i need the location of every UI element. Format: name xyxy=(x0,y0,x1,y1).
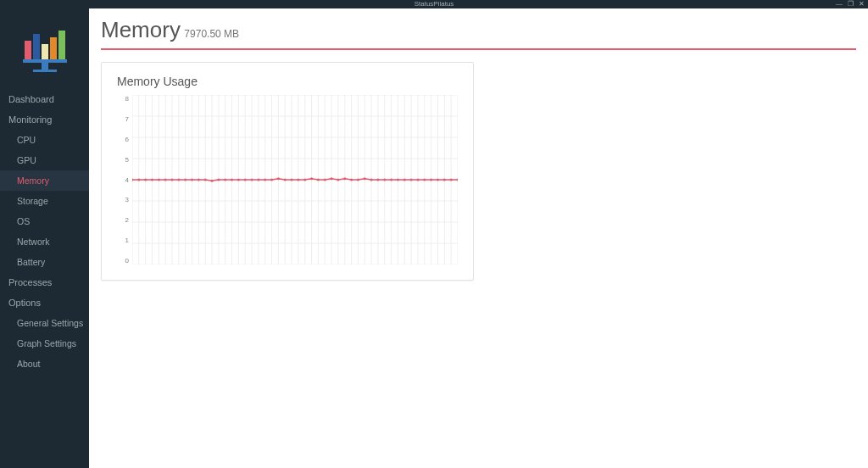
svg-point-99 xyxy=(343,177,346,180)
main-content: Memory 7970.50 MB Memory Usage 876543210 xyxy=(89,8,868,468)
svg-point-114 xyxy=(443,178,446,181)
y-tick-label: 7 xyxy=(117,115,129,123)
svg-point-115 xyxy=(450,178,453,181)
sidebar-item-battery[interactable]: Battery xyxy=(0,252,89,272)
window-title: StatusPilatus xyxy=(415,0,454,8)
svg-point-85 xyxy=(251,178,253,181)
sidebar-item-network[interactable]: Network xyxy=(0,231,89,252)
svg-point-102 xyxy=(364,177,366,180)
svg-point-101 xyxy=(357,178,359,181)
svg-point-67 xyxy=(132,178,134,181)
y-tick-label: 6 xyxy=(117,136,129,143)
sidebar-item-memory[interactable]: Memory xyxy=(0,170,89,191)
svg-rect-1 xyxy=(33,34,40,59)
svg-point-69 xyxy=(144,178,147,181)
svg-point-84 xyxy=(244,178,247,181)
svg-rect-3 xyxy=(50,37,57,59)
page-header: Memory 7970.50 MB xyxy=(101,17,856,43)
svg-point-86 xyxy=(257,178,259,181)
y-tick-label: 5 xyxy=(117,156,129,164)
svg-point-76 xyxy=(191,178,193,181)
maximize-button[interactable]: ❐ xyxy=(848,0,854,8)
sidebar-item-monitoring[interactable]: Monitoring xyxy=(0,109,89,130)
svg-point-75 xyxy=(184,178,186,181)
y-tick-label: 8 xyxy=(117,95,129,103)
svg-point-90 xyxy=(284,178,287,181)
window-controls: — ❐ ✕ xyxy=(836,0,865,8)
svg-point-82 xyxy=(231,178,233,181)
svg-rect-5 xyxy=(23,59,67,63)
sidebar-item-about[interactable]: About xyxy=(0,354,89,374)
svg-point-79 xyxy=(211,180,214,182)
svg-point-105 xyxy=(383,178,386,181)
y-tick-label: 1 xyxy=(117,237,129,244)
svg-point-89 xyxy=(277,177,280,180)
svg-point-111 xyxy=(423,178,426,181)
sidebar-item-options[interactable]: Options xyxy=(0,292,89,313)
svg-point-91 xyxy=(291,178,293,181)
svg-point-74 xyxy=(177,178,180,181)
svg-point-104 xyxy=(376,178,379,181)
svg-rect-0 xyxy=(25,41,31,59)
y-tick-label: 3 xyxy=(117,196,129,203)
sidebar-item-os[interactable]: OS xyxy=(0,211,89,231)
y-tick-label: 0 xyxy=(117,257,129,265)
sidebar: DashboardMonitoringCPUGPUMemoryStorageOS… xyxy=(0,8,89,468)
svg-rect-2 xyxy=(42,44,48,59)
svg-point-109 xyxy=(410,178,413,181)
y-tick-label: 4 xyxy=(117,176,129,184)
sidebar-item-storage[interactable]: Storage xyxy=(0,191,89,211)
svg-point-108 xyxy=(403,178,406,181)
svg-point-78 xyxy=(204,178,207,181)
page-subtitle: 7970.50 MB xyxy=(184,28,239,40)
close-button[interactable]: ✕ xyxy=(859,0,865,8)
svg-point-106 xyxy=(390,178,392,181)
svg-point-81 xyxy=(224,178,226,181)
svg-point-113 xyxy=(437,178,439,181)
sidebar-item-general-settings[interactable]: General Settings xyxy=(0,313,89,333)
page-title: Memory xyxy=(101,17,181,42)
minimize-button[interactable]: — xyxy=(836,0,843,8)
y-tick-label: 2 xyxy=(117,216,129,224)
svg-point-87 xyxy=(264,178,266,181)
svg-point-83 xyxy=(237,178,240,181)
memory-usage-chart: 876543210 xyxy=(117,95,458,265)
svg-point-94 xyxy=(310,177,313,180)
svg-point-112 xyxy=(430,178,432,181)
svg-point-95 xyxy=(317,178,320,181)
window-titlebar: StatusPilatus — ❐ ✕ xyxy=(0,0,868,8)
sidebar-item-cpu[interactable]: CPU xyxy=(0,130,89,150)
sidebar-item-dashboard[interactable]: Dashboard xyxy=(0,89,89,109)
svg-point-93 xyxy=(303,178,306,181)
svg-point-103 xyxy=(370,178,373,181)
svg-point-73 xyxy=(170,178,173,181)
svg-point-100 xyxy=(350,178,353,181)
svg-point-68 xyxy=(137,178,140,181)
card-title: Memory Usage xyxy=(117,75,458,88)
svg-point-98 xyxy=(337,178,339,181)
svg-point-77 xyxy=(198,178,200,181)
svg-point-96 xyxy=(324,178,326,181)
header-divider xyxy=(101,48,856,50)
svg-point-107 xyxy=(397,178,399,181)
svg-point-80 xyxy=(217,178,220,181)
svg-point-92 xyxy=(297,178,299,181)
svg-point-97 xyxy=(331,177,333,180)
svg-point-70 xyxy=(151,178,153,181)
svg-point-116 xyxy=(456,178,458,181)
svg-rect-6 xyxy=(42,63,48,70)
svg-rect-4 xyxy=(58,31,65,59)
svg-point-110 xyxy=(416,178,419,181)
sidebar-item-processes[interactable]: Processes xyxy=(0,272,89,292)
memory-usage-card: Memory Usage 876543210 xyxy=(101,62,474,281)
svg-rect-7 xyxy=(33,70,57,72)
app-logo xyxy=(0,8,89,89)
sidebar-item-gpu[interactable]: GPU xyxy=(0,150,89,170)
svg-point-71 xyxy=(158,178,160,181)
svg-point-88 xyxy=(270,178,273,181)
sidebar-item-graph-settings[interactable]: Graph Settings xyxy=(0,333,89,354)
svg-point-72 xyxy=(164,178,167,181)
